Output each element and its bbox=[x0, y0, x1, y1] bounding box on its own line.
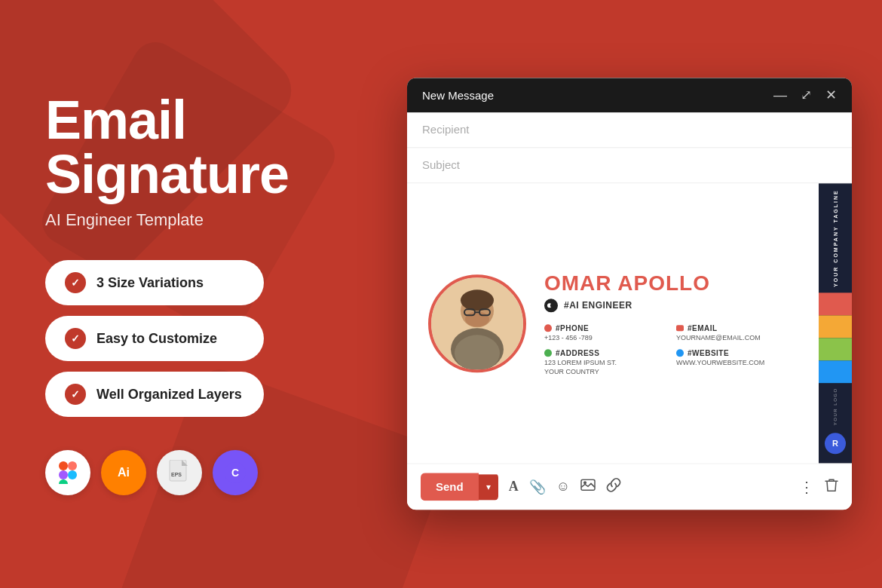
swatches-col bbox=[819, 293, 852, 384]
window-title: New Message bbox=[422, 89, 494, 102]
phone-field: #PHONE bbox=[556, 324, 589, 332]
sig-contact-grid: #PHONE +123 - 456 -789 #EMAIL YOURNAME@E… bbox=[544, 324, 801, 375]
svg-text:EPS: EPS bbox=[171, 472, 182, 477]
contact-phone: #PHONE +123 - 456 -789 bbox=[544, 324, 669, 341]
swatch-red bbox=[819, 293, 852, 316]
svg-point-20 bbox=[550, 303, 555, 308]
emoji-icon[interactable]: ☺ bbox=[556, 479, 570, 495]
address-icon bbox=[544, 349, 552, 357]
contact-address: #ADDRESS 123 LOREM IPSUM ST. YOUR COUNTR… bbox=[544, 349, 669, 375]
tagline-label: YOUR COMPANY TAGLINE bbox=[833, 189, 838, 286]
svg-point-12 bbox=[465, 311, 489, 326]
sig-title-icon bbox=[544, 299, 558, 312]
subject-field[interactable]: Subject bbox=[407, 148, 852, 183]
maximize-button[interactable]: ⤢ bbox=[801, 88, 812, 102]
address-value2: YOUR COUNTRY bbox=[544, 368, 669, 375]
feature-item-3: ✓ Well Organized Layers bbox=[45, 372, 264, 417]
send-button[interactable]: Send bbox=[421, 473, 479, 501]
sig-name: OMAR APOLLO bbox=[544, 271, 801, 296]
check-icon-2: ✓ bbox=[65, 328, 86, 349]
send-dropdown-button[interactable]: ▾ bbox=[479, 474, 498, 500]
signature-main: OMAR APOLLO #AI ENGINEER bbox=[407, 183, 819, 463]
sig-right-col: YOUR COMPANY TAGLINE YOUR LOGO R bbox=[819, 183, 852, 463]
link-icon[interactable] bbox=[606, 478, 621, 497]
contact-phone-label: #PHONE bbox=[544, 324, 669, 332]
contact-email: #EMAIL YOURNAME@EMAIL.COM bbox=[676, 324, 801, 341]
figma-icon bbox=[45, 450, 90, 495]
address-value1: 123 LOREM IPSUM ST. bbox=[544, 359, 669, 366]
email-value: YOURNAME@EMAIL.COM bbox=[676, 334, 801, 341]
eps-icon: EPS bbox=[157, 450, 202, 495]
check-icon-1: ✓ bbox=[65, 272, 86, 293]
email-icon bbox=[676, 325, 684, 331]
features-list: ✓ 3 Size Variations ✓ Easy to Customize … bbox=[45, 260, 369, 417]
right-panel: New Message — ⤢ ✕ Recipient Subject bbox=[407, 78, 852, 510]
swatch-green bbox=[819, 338, 852, 361]
subject-placeholder: Subject bbox=[422, 158, 460, 171]
contact-website-label: #WEBSITE bbox=[676, 349, 801, 357]
svg-point-11 bbox=[461, 289, 494, 311]
tagline-section: YOUR COMPANY TAGLINE bbox=[819, 183, 852, 292]
minimize-button[interactable]: — bbox=[773, 88, 787, 102]
sig-title-row: #AI ENGINEER bbox=[544, 299, 801, 312]
illustrator-icon: Ai bbox=[101, 450, 146, 495]
canva-icon: C bbox=[213, 450, 258, 495]
recipient-field[interactable]: Recipient bbox=[407, 112, 852, 148]
image-icon[interactable] bbox=[580, 479, 596, 495]
window-controls: — ⤢ ✕ bbox=[773, 88, 837, 102]
phone-icon bbox=[544, 324, 552, 332]
contact-email-label: #EMAIL bbox=[676, 324, 801, 332]
logo-label: YOUR LOGO bbox=[833, 388, 838, 426]
check-icon-3: ✓ bbox=[65, 384, 86, 405]
email-window: New Message — ⤢ ✕ Recipient Subject bbox=[407, 78, 852, 510]
main-title: Email Signature bbox=[45, 93, 369, 201]
feature-item-2: ✓ Easy to Customize bbox=[45, 316, 264, 361]
attach-icon[interactable]: 📎 bbox=[529, 479, 546, 495]
phone-value: +123 - 456 -789 bbox=[544, 334, 669, 341]
website-icon bbox=[676, 349, 684, 357]
svg-rect-1 bbox=[68, 461, 77, 470]
feature-item-1: ✓ 3 Size Variations bbox=[45, 260, 264, 305]
left-panel: Email Signature AI Engineer Template ✓ 3… bbox=[45, 0, 369, 588]
svg-point-4 bbox=[68, 470, 77, 479]
email-toolbar: Send ▾ A 📎 ☺ ⋮ bbox=[407, 464, 852, 510]
delete-icon[interactable] bbox=[825, 478, 838, 497]
swatch-orange bbox=[819, 316, 852, 338]
svg-text:C: C bbox=[231, 467, 239, 479]
sig-title: #AI ENGINEER bbox=[564, 300, 632, 311]
feature-label-3: Well Organized Layers bbox=[96, 387, 242, 403]
logo-section: YOUR LOGO R bbox=[819, 384, 852, 464]
more-options-icon[interactable]: ⋮ bbox=[799, 478, 814, 496]
recipient-placeholder: Recipient bbox=[422, 123, 470, 136]
contact-website: #WEBSITE WWW.YOURWEBSITE.COM bbox=[676, 349, 801, 375]
swatch-blue bbox=[819, 361, 852, 384]
close-button[interactable]: ✕ bbox=[825, 88, 837, 102]
sig-info: OMAR APOLLO #AI ENGINEER bbox=[544, 271, 801, 375]
signature-area: OMAR APOLLO #AI ENGINEER bbox=[407, 183, 852, 463]
contact-address-label: #ADDRESS bbox=[544, 349, 669, 357]
logo-badge: R bbox=[825, 433, 846, 455]
avatar bbox=[428, 274, 526, 372]
tool-icons: Ai EPS C bbox=[45, 450, 369, 495]
subtitle: AI Engineer Template bbox=[45, 210, 369, 230]
website-field: #WEBSITE bbox=[688, 349, 729, 357]
feature-label-1: 3 Size Variations bbox=[96, 275, 204, 291]
website-value: WWW.YOURWEBSITE.COM bbox=[676, 359, 801, 366]
svg-rect-0 bbox=[59, 461, 68, 470]
send-btn-group: Send ▾ bbox=[421, 473, 498, 501]
avatar-container bbox=[428, 274, 526, 372]
svg-rect-2 bbox=[59, 470, 68, 479]
feature-label-2: Easy to Customize bbox=[96, 331, 217, 347]
address-field: #ADDRESS bbox=[556, 349, 599, 357]
svg-rect-3 bbox=[59, 479, 68, 484]
svg-point-17 bbox=[455, 335, 500, 369]
email-field-label: #EMAIL bbox=[688, 324, 718, 332]
format-text-icon[interactable]: A bbox=[509, 479, 519, 495]
window-titlebar: New Message — ⤢ ✕ bbox=[407, 78, 852, 112]
